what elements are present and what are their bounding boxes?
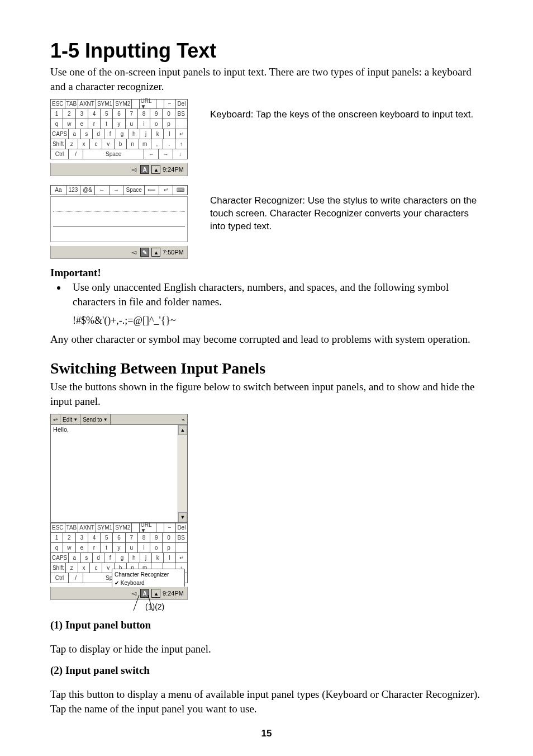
- keyboard-key: [175, 543, 188, 553]
- keyboard-key: j: [140, 129, 151, 139]
- keyboard-key: e: [75, 119, 88, 129]
- keyboard-section: ESCTABAXNTSYM1SYM2URL ▼−Del 1234567890BS…: [50, 99, 483, 176]
- scroll-up-icon: ▲: [178, 425, 187, 435]
- keyboard-key: TAB: [65, 99, 78, 109]
- keyboard-key: −: [164, 523, 175, 533]
- keyboard-key: 3: [75, 533, 88, 543]
- keyboard-key: ←: [144, 149, 158, 159]
- keyboard-key: w: [63, 543, 75, 553]
- important-bullet: Use only unaccented English characters, …: [67, 280, 483, 309]
- keyboard-key: g: [116, 553, 127, 563]
- keyboard-key: Ctrl: [50, 573, 68, 583]
- taskbar-time: 7:50PM: [163, 249, 184, 256]
- keyboard-key: CAPS: [50, 553, 68, 563]
- keyboard-key: URL ▼: [139, 523, 156, 533]
- scroll-down-icon: ▼: [178, 512, 187, 522]
- keyboard-key: →: [109, 185, 123, 195]
- keyboard-key: AXNT: [78, 523, 96, 533]
- keyboard-key: i: [137, 543, 150, 553]
- keyboard-key: f: [104, 553, 116, 563]
- keyboard-key: 0: [162, 533, 174, 543]
- keyboard-screenshot: ESCTABAXNTSYM1SYM2URL ▼−Del 1234567890BS…: [50, 99, 188, 176]
- page: 1-5 Inputting Text Use one of the on-scr…: [0, 0, 533, 756]
- keyboard-key: Shift: [50, 563, 65, 573]
- keyboard-key: v: [102, 139, 114, 149]
- keyboard-key: o: [150, 543, 162, 553]
- beam-icon: ⌁: [179, 414, 187, 424]
- keyboard-key: Space: [123, 185, 144, 195]
- keyboard-key: x: [78, 563, 90, 573]
- switch-intro: Use the buttons shown in the figure belo…: [50, 380, 483, 408]
- keyboard-key: 0: [162, 109, 174, 119]
- keyboard-key: 9: [150, 533, 162, 543]
- keyboard-key: Aa: [50, 185, 66, 195]
- keyboard-key: a: [68, 553, 80, 563]
- keyboard-key: −: [164, 99, 175, 109]
- keyboard-key: 1: [50, 109, 63, 119]
- editor-body: Hello, ▲ ▼: [50, 425, 188, 523]
- keyboard-key: 2: [63, 109, 75, 119]
- keyboard-key: t: [100, 543, 112, 553]
- keyboard-key: l: [163, 129, 175, 139]
- keyboard-key: ↵: [159, 185, 173, 195]
- keyboard-key: r: [88, 543, 100, 553]
- keyboard-key: a: [68, 129, 80, 139]
- intro-paragraph: Use one of the on-screen input panels to…: [50, 65, 483, 93]
- keyboard-key: 7: [125, 533, 137, 543]
- keyboard-key: [156, 99, 163, 109]
- important-label: Important!: [50, 267, 483, 279]
- keyboard-key: ↵: [175, 553, 188, 563]
- keyboard-key: c: [89, 563, 102, 573]
- keyboard-key: SYM1: [96, 523, 113, 533]
- keyboard-key: 5: [100, 109, 112, 119]
- keyboard-key: 123: [66, 185, 80, 195]
- input-panel-menu: Character Recognizer ✔ Keyboard: [112, 569, 184, 589]
- switching-screenshot: ↩ Edit▼ Send to▼ ⌁ Hello, ▲ ▼ ESCTABAXNT…: [50, 414, 188, 611]
- send-to-menu: Send to▼: [80, 414, 110, 424]
- menu-item-keyboard: ✔ Keyboard: [115, 579, 182, 587]
- taskbar: ◅ A ▴ 9:24PM: [50, 587, 188, 600]
- keyboard-key: 3: [75, 109, 88, 119]
- recognizer-screenshot: Aa123@&←→Space⟸↵⌨ ◅ ✎ ▴ 7:50PM: [50, 185, 188, 259]
- page-number: 15: [0, 728, 533, 739]
- heading-switching: Switching Between Input Panels: [50, 360, 483, 377]
- keyboard-key: m: [139, 139, 151, 149]
- important-after: Any other character or symbol may become…: [50, 332, 483, 347]
- keyboard-key: Ctrl: [50, 149, 68, 159]
- keyboard-key: 4: [88, 109, 100, 119]
- keyboard-key: d: [92, 553, 104, 563]
- keyboard-key: j: [140, 553, 151, 563]
- keyboard-key: w: [63, 119, 75, 129]
- keyboard-key: [131, 99, 139, 109]
- keyboard-key: TAB: [65, 523, 78, 533]
- keyboard-key: k: [151, 553, 163, 563]
- recognizer-section: Aa123@&←→Space⟸↵⌨ ◅ ✎ ▴ 7:50PM Character…: [50, 185, 483, 259]
- keyboard-key: k: [151, 129, 163, 139]
- keyboard-key: o: [150, 119, 162, 129]
- heading-1-5: 1-5 Inputting Text: [50, 39, 483, 63]
- keyboard-key: CAPS: [50, 129, 68, 139]
- keyboard-key: 5: [100, 533, 112, 543]
- keyboard-key: i: [137, 119, 150, 129]
- connection-icon: ◅: [129, 589, 138, 598]
- keyboard-key: n: [126, 139, 139, 149]
- connection-icon: ◅: [129, 248, 138, 257]
- keyboard-key: u: [125, 543, 137, 553]
- keyboard-key: h: [128, 553, 140, 563]
- menu-item-recognizer: Character Recognizer: [115, 570, 182, 579]
- editor-text: Hello,: [53, 426, 69, 433]
- keyboard-key: ←: [94, 185, 109, 195]
- keyboard-key: Del: [175, 523, 188, 533]
- keyboard-key: SYM2: [113, 523, 131, 533]
- keyboard-key: [156, 523, 163, 533]
- keyboard-key: 7: [125, 109, 137, 119]
- edit-menu: Edit▼: [60, 414, 80, 424]
- keyboard-key: Space: [83, 149, 144, 159]
- keyboard-key: 9: [150, 109, 162, 119]
- keyboard-key: f: [104, 129, 116, 139]
- keyboard-key: q: [50, 119, 63, 129]
- keyboard-key: .: [163, 139, 175, 149]
- recognizer-description: Character Recognizer: Use the stylus to …: [210, 195, 483, 233]
- defn-2-body: Tap this button to display a menu of ava…: [50, 687, 483, 716]
- keyboard-key: @&: [80, 185, 94, 195]
